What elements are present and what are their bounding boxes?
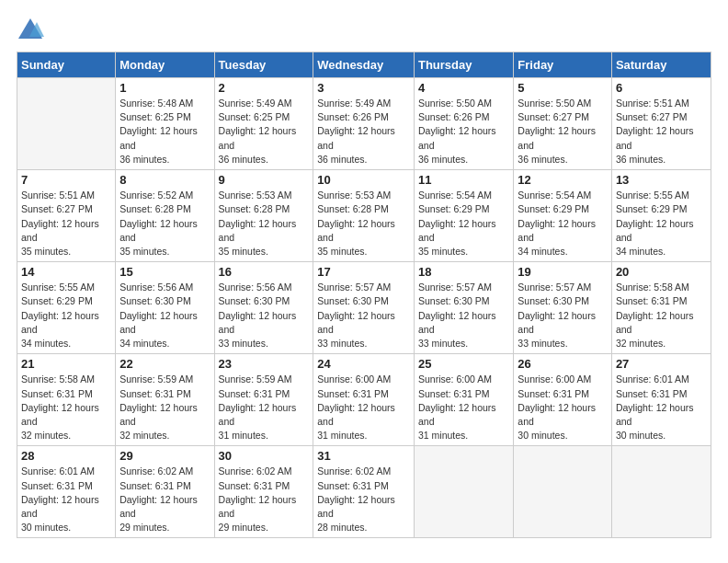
day-info: Sunrise: 5:50 AMSunset: 6:26 PMDaylight:… [418,97,509,167]
day-number: 19 [518,265,608,279]
week-row-1: 1Sunrise: 5:48 AMSunset: 6:25 PMDaylight… [17,78,711,170]
calendar-cell: 1Sunrise: 5:48 AMSunset: 6:25 PMDaylight… [116,78,214,170]
day-info: Sunrise: 5:49 AMSunset: 6:26 PMDaylight:… [317,97,410,167]
page: SundayMondayTuesdayWednesdayThursdayFrid… [0,0,728,563]
calendar-cell: 30Sunrise: 6:02 AMSunset: 6:31 PMDayligh… [214,446,313,538]
weekday-header-monday: Monday [116,52,214,78]
week-row-4: 21Sunrise: 5:58 AMSunset: 6:31 PMDayligh… [17,354,711,446]
week-row-5: 28Sunrise: 6:01 AMSunset: 6:31 PMDayligh… [17,446,711,538]
day-info: Sunrise: 5:56 AMSunset: 6:30 PMDaylight:… [219,281,310,350]
calendar-cell: 15Sunrise: 5:56 AMSunset: 6:30 PMDayligh… [116,262,214,354]
calendar-cell: 24Sunrise: 6:00 AMSunset: 6:31 PMDayligh… [313,354,415,446]
calendar-cell: 28Sunrise: 6:01 AMSunset: 6:31 PMDayligh… [17,446,116,538]
calendar-cell: 13Sunrise: 5:55 AMSunset: 6:29 PMDayligh… [611,170,711,262]
calendar-cell: 3Sunrise: 5:49 AMSunset: 6:26 PMDaylight… [313,78,415,170]
calendar-cell: 4Sunrise: 5:50 AMSunset: 6:26 PMDaylight… [414,78,513,170]
calendar-cell: 26Sunrise: 6:00 AMSunset: 6:31 PMDayligh… [514,354,612,446]
day-number: 22 [119,357,210,371]
day-info: Sunrise: 6:00 AMSunset: 6:31 PMDaylight:… [518,373,608,442]
day-number: 25 [418,357,509,371]
day-info: Sunrise: 5:54 AMSunset: 6:29 PMDaylight:… [518,189,608,259]
day-number: 16 [219,265,310,279]
header [17,17,711,42]
calendar-cell: 19Sunrise: 5:57 AMSunset: 6:30 PMDayligh… [514,262,612,354]
day-info: Sunrise: 5:58 AMSunset: 6:31 PMDaylight:… [616,281,707,350]
calendar-cell [514,446,612,538]
day-info: Sunrise: 5:58 AMSunset: 6:31 PMDaylight:… [21,373,111,442]
day-info: Sunrise: 5:54 AMSunset: 6:29 PMDaylight:… [418,189,509,259]
day-number: 20 [616,265,707,279]
weekday-header-thursday: Thursday [414,52,513,78]
calendar-cell: 12Sunrise: 5:54 AMSunset: 6:29 PMDayligh… [514,170,612,262]
day-number: 21 [21,357,111,371]
day-info: Sunrise: 5:50 AMSunset: 6:27 PMDaylight:… [518,97,608,167]
day-number: 1 [119,81,210,95]
day-number: 23 [219,357,310,371]
calendar-cell: 25Sunrise: 6:00 AMSunset: 6:31 PMDayligh… [414,354,513,446]
day-info: Sunrise: 5:48 AMSunset: 6:25 PMDaylight:… [119,97,210,167]
week-row-3: 14Sunrise: 5:55 AMSunset: 6:29 PMDayligh… [17,262,711,354]
day-info: Sunrise: 6:02 AMSunset: 6:31 PMDaylight:… [119,465,210,534]
day-number: 31 [317,449,410,463]
weekday-header-friday: Friday [514,52,612,78]
calendar-cell: 8Sunrise: 5:52 AMSunset: 6:28 PMDaylight… [116,170,214,262]
day-number: 29 [119,449,210,463]
calendar-cell: 6Sunrise: 5:51 AMSunset: 6:27 PMDaylight… [611,78,711,170]
day-info: Sunrise: 5:59 AMSunset: 6:31 PMDaylight:… [119,373,210,442]
weekday-header-saturday: Saturday [611,52,711,78]
day-number: 11 [418,173,509,187]
calendar-cell: 7Sunrise: 5:51 AMSunset: 6:27 PMDaylight… [17,170,116,262]
day-info: Sunrise: 5:53 AMSunset: 6:28 PMDaylight:… [219,189,310,259]
day-info: Sunrise: 6:01 AMSunset: 6:31 PMDaylight:… [21,465,111,534]
day-info: Sunrise: 5:51 AMSunset: 6:27 PMDaylight:… [616,97,707,167]
day-number: 12 [518,173,608,187]
day-number: 30 [219,449,310,463]
calendar-cell: 23Sunrise: 5:59 AMSunset: 6:31 PMDayligh… [214,354,313,446]
day-info: Sunrise: 5:51 AMSunset: 6:27 PMDaylight:… [21,189,111,259]
calendar-cell [611,446,711,538]
calendar-cell: 9Sunrise: 5:53 AMSunset: 6:28 PMDaylight… [214,170,313,262]
calendar-cell: 27Sunrise: 6:01 AMSunset: 6:31 PMDayligh… [611,354,711,446]
calendar-cell: 22Sunrise: 5:59 AMSunset: 6:31 PMDayligh… [116,354,214,446]
day-info: Sunrise: 5:56 AMSunset: 6:30 PMDaylight:… [119,281,210,350]
calendar-cell: 11Sunrise: 5:54 AMSunset: 6:29 PMDayligh… [414,170,513,262]
calendar-cell: 20Sunrise: 5:58 AMSunset: 6:31 PMDayligh… [611,262,711,354]
calendar-cell: 18Sunrise: 5:57 AMSunset: 6:30 PMDayligh… [414,262,513,354]
day-info: Sunrise: 5:52 AMSunset: 6:28 PMDaylight:… [119,189,210,259]
day-info: Sunrise: 5:53 AMSunset: 6:28 PMDaylight:… [317,189,410,259]
calendar-cell [17,78,116,170]
day-info: Sunrise: 6:01 AMSunset: 6:31 PMDaylight:… [616,373,707,442]
day-number: 17 [317,265,410,279]
day-number: 13 [616,173,707,187]
day-number: 7 [21,173,111,187]
weekday-header-sunday: Sunday [17,52,116,78]
day-number: 27 [616,357,707,371]
logo [17,17,48,42]
calendar-cell: 5Sunrise: 5:50 AMSunset: 6:27 PMDaylight… [514,78,612,170]
day-number: 9 [219,173,310,187]
day-info: Sunrise: 5:57 AMSunset: 6:30 PMDaylight:… [418,281,509,350]
day-number: 5 [518,81,608,95]
logo-icon [17,17,44,42]
day-number: 2 [219,81,310,95]
week-row-2: 7Sunrise: 5:51 AMSunset: 6:27 PMDaylight… [17,170,711,262]
calendar-cell: 2Sunrise: 5:49 AMSunset: 6:25 PMDaylight… [214,78,313,170]
calendar-cell: 17Sunrise: 5:57 AMSunset: 6:30 PMDayligh… [313,262,415,354]
calendar-cell: 21Sunrise: 5:58 AMSunset: 6:31 PMDayligh… [17,354,116,446]
day-info: Sunrise: 5:55 AMSunset: 6:29 PMDaylight:… [21,281,111,350]
day-number: 10 [317,173,410,187]
day-info: Sunrise: 6:00 AMSunset: 6:31 PMDaylight:… [418,373,509,442]
day-info: Sunrise: 5:49 AMSunset: 6:25 PMDaylight:… [219,97,310,167]
calendar-cell: 29Sunrise: 6:02 AMSunset: 6:31 PMDayligh… [116,446,214,538]
day-number: 14 [21,265,111,279]
day-number: 8 [119,173,210,187]
calendar-cell: 16Sunrise: 5:56 AMSunset: 6:30 PMDayligh… [214,262,313,354]
day-number: 3 [317,81,410,95]
day-info: Sunrise: 5:57 AMSunset: 6:30 PMDaylight:… [317,281,410,350]
day-info: Sunrise: 6:00 AMSunset: 6:31 PMDaylight:… [317,373,410,442]
day-info: Sunrise: 5:55 AMSunset: 6:29 PMDaylight:… [616,189,707,259]
calendar-cell: 10Sunrise: 5:53 AMSunset: 6:28 PMDayligh… [313,170,415,262]
day-number: 24 [317,357,410,371]
weekday-header-wednesday: Wednesday [313,52,415,78]
calendar-cell: 14Sunrise: 5:55 AMSunset: 6:29 PMDayligh… [17,262,116,354]
